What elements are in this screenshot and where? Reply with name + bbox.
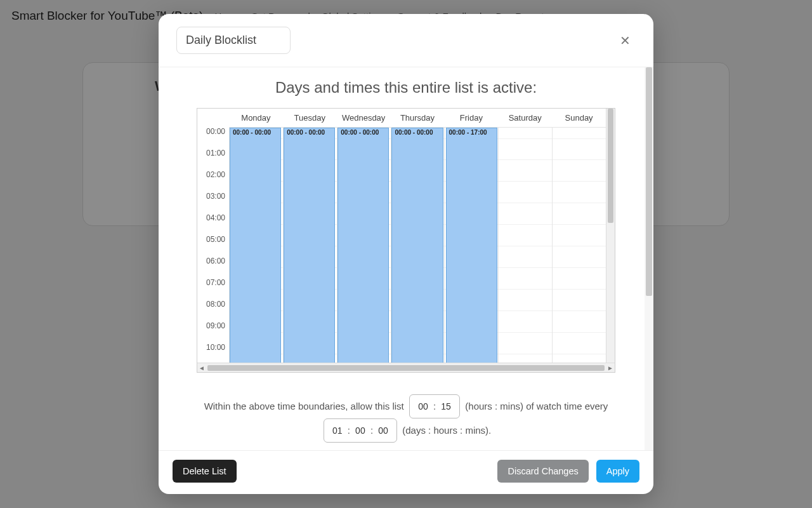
time-label: 09:00 xyxy=(197,321,229,343)
blocklist-editor-modal: ✕ Days and times this entire list is act… xyxy=(159,14,653,494)
schedule-cell[interactable] xyxy=(498,127,552,149)
day-header: Thursday xyxy=(391,109,445,127)
schedule-block[interactable]: 00:00 - 00:00 xyxy=(284,128,335,363)
allowance-pre: Within the above time boundaries, allow … xyxy=(204,401,404,411)
allowance-sentence: Within the above time boundaries, allow … xyxy=(203,394,609,443)
schedule-cell[interactable] xyxy=(498,213,552,235)
list-title-input[interactable] xyxy=(176,27,291,54)
schedule-block[interactable]: 00:00 - 00:00 xyxy=(337,128,389,363)
schedule-cell[interactable] xyxy=(498,192,552,213)
watch-hours-input[interactable] xyxy=(415,401,431,411)
scroll-right-icon[interactable]: ► xyxy=(607,364,613,371)
schedule-corner xyxy=(197,109,229,127)
every-hours-input[interactable] xyxy=(352,425,369,436)
schedule-cell[interactable] xyxy=(498,235,552,257)
apply-button[interactable]: Apply xyxy=(596,460,639,483)
schedule-cell[interactable] xyxy=(552,192,606,213)
delete-list-button[interactable]: Delete List xyxy=(173,460,237,483)
schedule-cell[interactable] xyxy=(498,300,552,321)
allowance-tail: (days : hours : mins). xyxy=(402,425,491,436)
schedule-container: Monday Tuesday Wednesday Thursday Friday… xyxy=(197,108,615,373)
schedule-cell[interactable] xyxy=(552,278,606,300)
schedule-cell[interactable] xyxy=(498,321,552,343)
time-label: 05:00 xyxy=(197,235,229,257)
schedule-cell[interactable] xyxy=(552,213,606,235)
day-header: Monday xyxy=(229,109,283,127)
discard-changes-button[interactable]: Discard Changes xyxy=(497,460,588,483)
schedule-cell[interactable] xyxy=(498,343,552,363)
schedule-block[interactable]: 00:00 - 00:00 xyxy=(391,128,443,363)
schedule-cell[interactable] xyxy=(498,278,552,300)
time-label: 03:00 xyxy=(197,192,229,213)
time-label: 04:00 xyxy=(197,213,229,235)
schedule-cell[interactable] xyxy=(552,170,606,192)
allowance-mid: (hours : mins) of watch time every xyxy=(465,401,608,411)
close-icon[interactable]: ✕ xyxy=(615,30,636,51)
modal-body: Days and times this entire list is activ… xyxy=(159,67,653,450)
time-label: 02:00 xyxy=(197,170,229,192)
schedule-heading: Days and times this entire list is activ… xyxy=(174,79,638,97)
watch-mins-input[interactable] xyxy=(438,401,454,411)
modal-body-scrollbar[interactable] xyxy=(645,67,653,450)
schedule-cell[interactable] xyxy=(552,235,606,257)
time-label: 06:00 xyxy=(197,257,229,278)
schedule-block[interactable]: 00:00 - 17:00 xyxy=(446,128,497,363)
schedule-cell[interactable] xyxy=(552,321,606,343)
schedule-vertical-scrollbar[interactable] xyxy=(606,109,615,363)
every-mins-input[interactable] xyxy=(375,425,391,436)
day-header: Friday xyxy=(444,109,498,127)
schedule-block[interactable]: 00:00 - 00:00 xyxy=(230,128,281,363)
modal-header: ✕ xyxy=(159,14,653,62)
time-label: 08:00 xyxy=(197,300,229,321)
schedule-cell[interactable] xyxy=(552,300,606,321)
time-label: 01:00 xyxy=(197,149,229,170)
time-label: 10:00 xyxy=(197,343,229,363)
schedule-cell[interactable] xyxy=(498,149,552,170)
time-label: 07:00 xyxy=(197,278,229,300)
schedule-cell[interactable] xyxy=(552,257,606,278)
schedule-cell[interactable] xyxy=(552,343,606,363)
every-days-input[interactable] xyxy=(329,425,346,436)
watch-time-box: : xyxy=(409,394,460,418)
time-label: 00:00 xyxy=(197,127,229,149)
schedule-cell[interactable] xyxy=(498,170,552,192)
schedule-cell[interactable] xyxy=(498,257,552,278)
day-header: Sunday xyxy=(552,109,606,127)
day-header: Saturday xyxy=(498,109,552,127)
day-header: Wednesday xyxy=(337,109,391,127)
schedule-cell[interactable] xyxy=(552,149,606,170)
schedule-scroll[interactable]: Monday Tuesday Wednesday Thursday Friday… xyxy=(197,109,606,363)
schedule-horizontal-scrollbar[interactable]: ◄ ► xyxy=(197,363,615,372)
every-time-box: :: xyxy=(324,418,397,443)
day-header: Tuesday xyxy=(283,109,337,127)
schedule-cell[interactable] xyxy=(552,127,606,149)
modal-footer: Delete List Discard Changes Apply xyxy=(159,450,653,494)
scroll-left-icon[interactable]: ◄ xyxy=(199,364,205,371)
